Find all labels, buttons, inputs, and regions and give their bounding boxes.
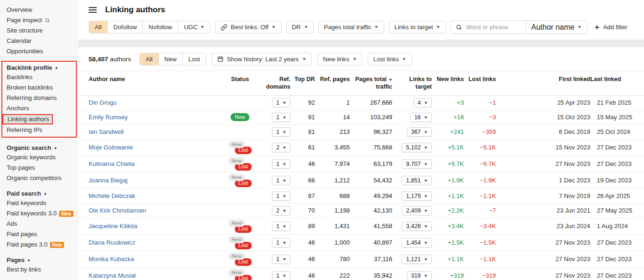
author-link[interactable]: Ian Sandwell [89,128,124,135]
filter-segment-dofollow[interactable]: Dofollow [107,21,143,33]
links-to-target-select[interactable]: 1,175▼ [402,191,432,201]
select-value: 1 [276,114,280,121]
sidebar-item-label: Referring domains [7,94,57,102]
ref-domains-select[interactable]: 1▼ [272,238,290,247]
table-row: Ole Kirk Christiansen2▼701,19842,1302,40… [78,204,644,218]
sidebar-item-opportunities[interactable]: Opportunities [0,46,78,57]
col-header-author-name[interactable]: Author name [89,75,224,83]
sidebar-item-best-by-links[interactable]: Best by links [0,264,78,275]
ref-domains-select[interactable]: 1▼ [272,176,290,185]
author-link[interactable]: Katarzyna Musiał [89,272,136,279]
col-header-top-dr[interactable]: Top DR [290,75,315,83]
ref-domains-select[interactable]: 2▼ [272,206,290,215]
sidebar-item-backlinks[interactable]: Backlinks [2,72,76,82]
col-header-last-linked[interactable]: Last linked [590,75,644,83]
filter-segment-nofollow[interactable]: Nofollow [143,21,178,33]
ref-domains-select[interactable]: 1▼ [272,113,290,122]
links-to-target-select[interactable]: 1,121▼ [402,255,432,264]
lost-links-value: −1.1K [480,255,496,263]
dr-filter-button[interactable]: DR ▼ [286,21,314,33]
author-link[interactable]: Emily Rumsey [89,114,128,121]
sidebar-item-broken-backlinks[interactable]: Broken backlinks [2,82,76,93]
author-link[interactable]: Din Grogu [89,99,116,106]
author-link[interactable]: Michele Debczak [89,192,135,199]
col-header-new-links[interactable]: New links [432,75,464,83]
author-link[interactable]: Kulinarna Chwila [89,160,135,167]
col-header-ref-pages[interactable]: Ref. pages [315,75,350,83]
search-input[interactable] [465,23,521,31]
author-link[interactable]: Jacqueline Kilikita [89,222,137,230]
ref-domains-select[interactable]: 1▼ [272,255,290,264]
links-to-target-select[interactable]: 9,707▼ [402,159,432,169]
sidebar-item-organic-competitors[interactable]: Organic competitors [0,173,78,183]
ref-domains-select[interactable]: 1▼ [272,271,290,280]
add-filter-button[interactable]: + Add filter [592,21,630,33]
sidebar-item-overview[interactable]: Overview [0,5,78,15]
page-title: Linking authors [105,5,165,15]
links-to-target-select[interactable]: 4▼ [413,98,432,107]
sidebar-section-organic-search[interactable]: Organic search▲ [0,143,78,152]
ref-domains-select[interactable]: 1▼ [272,127,290,137]
author-link[interactable]: Moje Gotowanie [89,144,133,151]
links-to-target-select[interactable]: 319▼ [407,271,432,280]
col-header-status[interactable]: Status [224,75,256,83]
sidebar-item-top-pages[interactable]: Top pages [0,163,78,173]
col-header-first-linked[interactable]: First linked [496,75,590,83]
sidebar-section-paid-search[interactable]: Paid search▲ [0,189,78,198]
links-to-target-select[interactable]: 3,426▼ [402,222,432,231]
links-to-target-filter-button[interactable]: Links to target ▼ [389,21,446,33]
new-links-dropdown[interactable]: New links ▼ [317,53,362,66]
ref-domains-select[interactable]: 1▼ [272,191,290,201]
links-to-target-select[interactable]: 1,454▼ [402,238,432,247]
ref-domains-select[interactable]: 2▼ [272,143,290,152]
menu-icon[interactable] [89,7,97,13]
cell-first-linked: 23 Jun 2021 [496,206,590,215]
ref-domains-select[interactable]: 1▼ [272,159,290,169]
links-to-target-select[interactable]: 16▼ [410,113,432,122]
sidebar-item-site-structure[interactable]: Site structure [0,25,78,36]
sidebar-item-calendar[interactable]: Calendar [0,36,78,46]
sidebar-item-paid-keywords[interactable]: Paid keywords [0,198,78,208]
best-links-button[interactable]: Best links: Off ▼ [215,21,281,33]
links-to-target-select[interactable]: 1,851▼ [402,176,432,185]
author-link[interactable]: Monika Kubacka [89,255,134,263]
sidebar-item-organic-keywords[interactable]: Organic keywords [0,152,78,163]
ref-domains-select[interactable]: 1▼ [272,222,290,231]
filter-segment-all[interactable]: All [89,21,107,33]
links-to-target-select[interactable]: 2,409▼ [402,206,432,215]
sidebar-item-anchors[interactable]: Anchors [2,103,76,114]
sidebar-item-linking-authors[interactable]: Linking authors [2,114,53,124]
cell-new-links: +319 [432,271,464,280]
links-to-target-select[interactable]: 5,102▼ [402,143,432,152]
cell-ref-domains: 1▼ [256,190,290,202]
col-header-pages-total-traffic[interactable]: Pages total ▼traffic [350,75,392,91]
col-header-links-to-target[interactable]: Links to target [392,75,432,91]
sidebar-item-paid-keywords-3-0[interactable]: Paid keywords 3.0New [0,208,78,219]
ref-domains-select[interactable]: 1▼ [272,98,290,107]
pages-total-traffic-filter-button[interactable]: Pages total traffic ▼ [318,21,384,33]
col-header-ref-domains[interactable]: Ref. domains [256,75,290,91]
sidebar-item-paid-pages[interactable]: Paid pages [0,229,78,239]
history-segment-new[interactable]: New [159,53,183,65]
history-segment-lost[interactable]: Lost [183,53,206,65]
author-name-dropdown[interactable]: Author name ▼ [526,21,587,33]
sidebar-item-ads[interactable]: Ads [0,219,78,229]
sidebar-item-referring-domains[interactable]: Referring domains [2,93,76,103]
show-history-button[interactable]: Show history: Last 2 years ▼ [212,53,312,66]
links-to-target-select[interactable]: 367▼ [407,127,432,137]
author-link[interactable]: Joanna Biegaj [89,177,127,184]
author-link[interactable]: Diana Rusiłowicz [89,239,135,246]
sidebar-section-pages[interactable]: Pages▲ [0,255,78,264]
cell-top-dr: 92 [290,98,315,107]
sidebar-item-page-inspect[interactable]: Page inspect [0,15,78,25]
lost-links-dropdown[interactable]: Lost links ▼ [368,53,412,66]
sidebar-section-backlink-profile[interactable]: Backlink profile▲ [2,63,76,72]
sidebar-item-paid-pages-3-0[interactable]: Paid pages 3.0New [0,239,78,250]
sidebar-item-referring-ips[interactable]: Referring IPs [2,125,76,135]
select-value: 5,102 [406,144,421,151]
filter-segment-ugc[interactable]: UGC▼ [178,21,210,33]
cell-author-name: Jacqueline Kilikita [89,221,224,231]
col-header-lost-links[interactable]: Lost links [464,75,496,83]
history-segment-all[interactable]: All [140,53,158,65]
author-link[interactable]: Ole Kirk Christiansen [89,207,146,214]
